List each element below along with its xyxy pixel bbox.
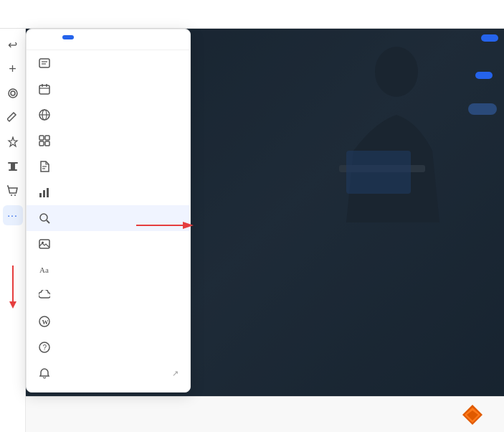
geekflare-logo — [461, 403, 490, 426]
external-link-icon: ↗ — [172, 369, 179, 378]
analytics-icon — [38, 186, 51, 199]
svg-text:?: ? — [43, 344, 47, 352]
svg-rect-11 — [39, 85, 49, 94]
dropdown-title — [27, 35, 190, 50]
sidebar-icon-shop[interactable] — [3, 181, 23, 201]
calendar-icon — [38, 83, 51, 95]
menu-item-seo-settings[interactable] — [27, 205, 190, 231]
sidebar-icon-back[interactable]: ↩ — [3, 34, 23, 55]
menu-item-integrations[interactable] — [27, 128, 190, 154]
sidebar-icon-add[interactable]: + — [3, 59, 23, 79]
seo-icon — [38, 212, 51, 225]
get-started-button[interactable] — [468, 103, 497, 115]
menu-item-general-settings[interactable] — [27, 102, 190, 128]
menu-item-analytics[interactable] — [27, 179, 190, 205]
main-layout: ↩ + ··· — [0, 29, 504, 432]
menu-item-export-wordpress[interactable]: W — [27, 309, 190, 334]
sidebar-icon-more[interactable]: ··· — [3, 205, 23, 225]
add-section-button[interactable] — [475, 72, 493, 79]
svg-point-36 — [375, 47, 418, 97]
svg-rect-24 — [39, 193, 42, 197]
top-right-buttons — [481, 34, 498, 42]
cloud-icon — [38, 289, 51, 302]
svg-line-28 — [47, 220, 49, 223]
file-icon — [38, 160, 51, 173]
menu-item-whats-new[interactable]: ↗ — [27, 360, 190, 386]
menu-item-blog[interactable] — [27, 50, 190, 76]
grid-icon — [38, 134, 51, 147]
svg-point-27 — [40, 214, 47, 221]
svg-rect-8 — [39, 59, 49, 67]
menu-item-manage-backups[interactable] — [27, 283, 190, 309]
blog-icon — [38, 57, 51, 70]
svg-rect-20 — [39, 141, 44, 146]
sidebar-icon-layers[interactable] — [3, 83, 23, 103]
image-icon — [38, 238, 51, 250]
svg-text:Aa: Aa — [39, 266, 49, 274]
svg-rect-25 — [43, 190, 45, 197]
svg-text:W: W — [42, 319, 49, 326]
svg-rect-21 — [45, 141, 49, 146]
svg-point-6 — [11, 194, 12, 196]
svg-rect-18 — [39, 136, 44, 140]
wordpress-icon: W — [38, 315, 51, 328]
sidebar-icon-text[interactable] — [3, 156, 23, 177]
svg-point-0 — [9, 89, 17, 98]
svg-marker-2 — [9, 137, 17, 146]
menu-item-appointments[interactable] — [27, 76, 190, 102]
sidebar-icon-brush[interactable] — [3, 108, 23, 128]
header-badge — [62, 35, 74, 39]
bottom-bar — [26, 396, 504, 432]
globe-icon — [38, 108, 51, 121]
menu-item-form-submissions[interactable] — [27, 154, 190, 179]
sidebar-icons: ↩ + ··· — [0, 29, 26, 432]
svg-rect-38 — [346, 151, 411, 194]
svg-rect-26 — [47, 188, 49, 197]
svg-rect-29 — [39, 240, 49, 248]
svg-rect-5 — [9, 169, 17, 171]
top-bar — [0, 0, 504, 29]
bell-icon — [38, 367, 51, 380]
add-sticky-bar-button[interactable] — [481, 34, 498, 42]
menu-item-multi-language[interactable]: Aa — [27, 257, 190, 283]
svg-point-1 — [11, 91, 15, 95]
dropdown-panel: Aa W ? — [26, 29, 191, 393]
svg-point-7 — [14, 194, 16, 196]
menu-item-media-library[interactable] — [27, 231, 190, 257]
translate-icon: Aa — [38, 263, 51, 276]
menu-item-help-resources[interactable]: ? — [27, 334, 190, 360]
sidebar-icon-magic[interactable] — [3, 132, 23, 152]
geekflare-diamond-icon — [461, 403, 484, 426]
help-icon: ? — [38, 341, 51, 354]
svg-rect-19 — [45, 136, 49, 140]
